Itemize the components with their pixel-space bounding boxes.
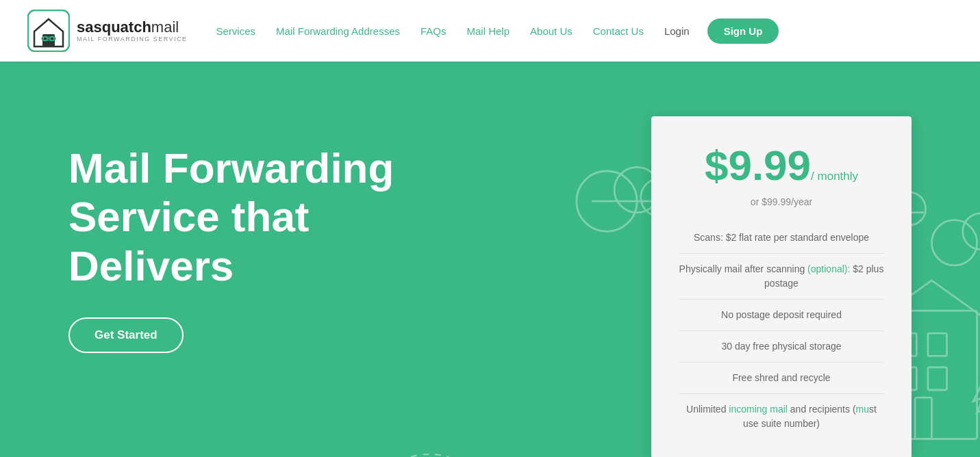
pricing-annual: or $99.99/year bbox=[679, 196, 884, 207]
hero-content: Mail Forwarding Service that Delivers Ge… bbox=[68, 103, 651, 353]
svg-rect-23 bbox=[928, 333, 947, 356]
pricing-feature-shred: Free shred and recycle bbox=[679, 363, 884, 394]
svg-point-28 bbox=[368, 454, 490, 457]
pricing-period: / monthly bbox=[811, 170, 858, 183]
nav-item-contact-us[interactable]: Contact Us bbox=[585, 21, 652, 41]
pricing-feature-unlimited: Unlimited incoming mail and recipients (… bbox=[679, 394, 884, 439]
nav-item-faqs[interactable]: FAQs bbox=[412, 21, 455, 41]
pricing-feature-scans: Scans: $2 flat rate per standard envelop… bbox=[679, 222, 884, 254]
get-started-button[interactable]: Get Started bbox=[68, 317, 184, 353]
logo-icon bbox=[27, 10, 70, 52]
pricing-feature-storage: 30 day free physical storage bbox=[679, 331, 884, 363]
svg-rect-26 bbox=[915, 397, 931, 439]
logo-link[interactable]: sasquatchmail MAIL FORWARDING SERVICE bbox=[27, 10, 188, 52]
nav-item-mail-help[interactable]: Mail Help bbox=[459, 21, 518, 41]
svg-point-17 bbox=[963, 213, 980, 250]
nav-item-login[interactable]: Login bbox=[656, 21, 698, 41]
header: sasquatchmail MAIL FORWARDING SERVICE Se… bbox=[0, 0, 980, 62]
pricing-card: $9.99/ monthly or $99.99/year Scans: $2 … bbox=[651, 116, 912, 457]
logo-brand-text: sasquatchmail bbox=[77, 19, 188, 36]
main-nav: Services Mail Forwarding Addresses FAQs … bbox=[208, 18, 953, 44]
svg-point-16 bbox=[931, 220, 977, 265]
nav-item-about-us[interactable]: About Us bbox=[522, 21, 581, 41]
hero-title: Mail Forwarding Service that Delivers bbox=[68, 144, 479, 290]
pricing-feature-no-postage: No postage deposit required bbox=[679, 300, 884, 331]
svg-rect-25 bbox=[928, 367, 947, 390]
hero-section: Mail Forwarding Service that Delivers Ge… bbox=[0, 62, 980, 457]
nav-item-mail-forwarding[interactable]: Mail Forwarding Addresses bbox=[268, 21, 408, 41]
pricing-main: $9.99/ monthly bbox=[679, 141, 884, 190]
nav-item-services[interactable]: Services bbox=[208, 21, 264, 41]
pricing-feature-physical-mail: Physically mail after scanning (optional… bbox=[679, 254, 884, 300]
nav-signup-button[interactable]: Sign Up bbox=[707, 18, 779, 44]
logo-tagline: MAIL FORWARDING SERVICE bbox=[77, 36, 188, 42]
pricing-amount: $9.99 bbox=[705, 142, 811, 189]
